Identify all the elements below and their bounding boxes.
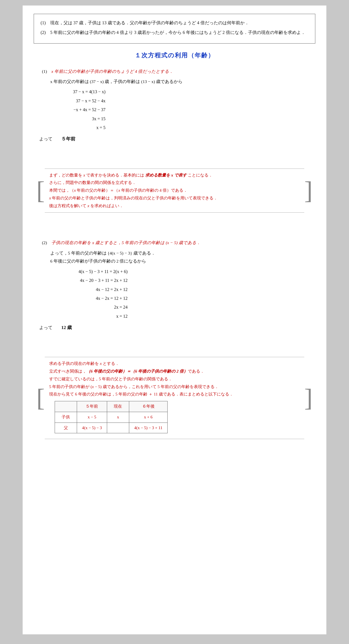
hint1-line1: まず，どの数量を x で表すかを決める．基本的には 求める数量を x で表す こ…: [49, 172, 300, 179]
problem-box: (1) 現在，父は 37 歳，子供は 13 歳である．父の年齢が子供の年齢のちょ…: [34, 14, 315, 44]
solution2-line1: よって，5 年前の父の年齢は {4(x − 5) − 3} 歳である．: [50, 249, 315, 257]
solution-part-2: (2) 子供の現在の年齢を x 歳とすると，5 年前の子供の年齢は (x − 5…: [34, 239, 315, 332]
solution2-label: (2) 子供の現在の年齢を x 歳とすると，5 年前の子供の年齢は (x − 5…: [42, 239, 315, 247]
solution2-answer: 12 歳: [61, 325, 72, 330]
left-bracket-2: [: [36, 357, 45, 439]
solution2-eq5: 2x = 24: [56, 303, 315, 311]
hint-box-2: [ 求める子供の現在の年齢を x とする． 立式すべき関係は，（6 年後の父の年…: [36, 357, 313, 439]
solution1-eq1: 37 − x = 4(13 − x): [56, 88, 315, 96]
table-header-empty: [55, 401, 77, 412]
table-cell-father-present: [107, 423, 129, 433]
hint2-line4: 5 年前の子供の年齢が (x − 5) 歳であるから，これを用いて 5 年前の父…: [49, 383, 300, 391]
solution1-equations: 37 − x = 4(13 − x) 37 − x = 52 − 4x −x +…: [56, 88, 315, 132]
age-table: ５年前 現在 ６年後 子供 x − 5 x x + 6: [55, 401, 168, 433]
solution1-eq5: x = 5: [56, 124, 315, 132]
hint1-bracket-container: [ まず，どの数量を x で表すかを決める．基本的には 求める数量を x で表す…: [36, 169, 313, 213]
table-row-child: 子供 x − 5 x x + 6: [55, 412, 167, 423]
page: (1) 現在，父は 37 歳，子供は 13 歳である．父の年齢が子供の年齢のちょ…: [23, 6, 326, 634]
table-cell-child-5ago: x − 5: [77, 412, 107, 423]
hint1-line4: x 年前の父の年齢と子供の年齢は，判明済みの現在の父と子供の年齢を用いて表現でき…: [49, 194, 300, 202]
problem-1: (1) 現在，父は 37 歳，子供は 13 歳である．父の年齢が子供の年齢のちょ…: [41, 19, 308, 27]
table-cell-father-5ago: 4(x − 5) − 3: [77, 423, 107, 433]
table-header-6years-later: ６年後: [129, 401, 167, 412]
solution2-number: (2): [42, 240, 51, 245]
hint1-line5: 後は方程式を解いて x を求めればよい．: [49, 202, 300, 210]
hint1-line2: さらに，問題中の数量の間の関係を立式する．: [49, 179, 300, 187]
solution1-number: (1): [42, 69, 51, 74]
hint2-bracket-container: [ 求める子供の現在の年齢を x とする． 立式すべき関係は，（6 年後の父の年…: [36, 357, 313, 439]
solution1-eq2: 37 − x = 52 − 4x: [56, 97, 315, 105]
solution2-answer-line: よって 12 歳: [39, 323, 315, 332]
solution1-line1: x 年前の父の年齢は (37 − x) 歳，子供の年齢は (13 − x) 歳で…: [50, 78, 315, 85]
table-header-present: 現在: [107, 401, 129, 412]
hint2-line3: すでに確定しているのは，5 年前の父と子供の年齢の関係である．: [49, 375, 300, 383]
hint2-line2: 立式すべき関係は，（6 年後の父の年齢）＝（6 年後の子供の年齢の 2 倍）であ…: [49, 368, 300, 375]
solution2-eq3: 4x − 12 = 2x + 12: [56, 285, 315, 294]
hint2-content: 求める子供の現在の年齢を x とする． 立式すべき関係は，（6 年後の父の年齢）…: [45, 357, 304, 439]
hint1-line3: 本間では，（x 年前の父の年齢）＝（x 年前の子供の年齢の 4 倍）である．: [49, 187, 300, 194]
solution-part-1: (1) x 年前に父の年齢が子供の年齢のちょうど 4 倍だったとする． x 年前…: [34, 67, 315, 144]
table-header-5years-ago: ５年前: [77, 401, 107, 412]
age-table-wrapper: ５年前 現在 ６年後 子供 x − 5 x x + 6: [55, 401, 300, 433]
solution2-eq6: x = 12: [56, 312, 315, 320]
right-bracket-2: ]: [304, 357, 313, 439]
table-row-father: 父 4(x − 5) − 3 4(x − 5) − 3 + 11: [55, 423, 167, 433]
solution2-eq1: 4(x − 5) − 3 + 11 = 2(x + 6): [56, 268, 315, 276]
hint2-line1: 求める子供の現在の年齢を x とする．: [49, 360, 300, 368]
solution2-line2: 6 年後に父の年齢が子供の年齢の 2 倍になるから: [50, 257, 315, 265]
solution2-eq4: 4x − 2x = 12 + 12: [56, 294, 315, 303]
solution2-answer-prefix: よって: [39, 325, 52, 330]
table-header-row: ５年前 現在 ６年後: [55, 401, 167, 412]
solution2-equations: 4(x − 5) − 3 + 11 = 2(x + 6) 4x − 20 − 3…: [56, 268, 315, 320]
solution1-eq4: 3x = 15: [56, 115, 315, 123]
solution1-intro: x 年前に父の年齢が子供の年齢のちょうど 4 倍だったとする．: [51, 69, 173, 74]
table-cell-father-label: 父: [55, 423, 77, 433]
table-cell-child-6later: x + 6: [129, 412, 167, 423]
solution1-eq3: −x + 4x = 52 − 37: [56, 106, 315, 114]
right-bracket-1: ]: [304, 169, 313, 213]
problem-2: (2) 5 年前に父の年齢は子供の年齢の 4 倍より 3 歳若かったが，今から …: [41, 29, 308, 37]
solution2-eq2: 4x − 20 − 3 + 11 = 2x + 12: [56, 276, 315, 285]
solution1-answer-line: よって ５年前: [39, 135, 315, 143]
page-title: １次方程式の利用（年齢）: [34, 51, 315, 60]
hint2-line5: 現在から見て 6 年後の父の年齢は，5 年前の父の年齢 ＋ 11 歳である．表に…: [49, 391, 300, 398]
solution1-answer: ５年前: [61, 136, 75, 141]
table-cell-child-present: x: [107, 412, 129, 423]
table-cell-child-label: 子供: [55, 412, 77, 423]
left-bracket-1: [: [36, 169, 45, 213]
solution2-intro: 子供の現在の年齢を x 歳とすると，5 年前の子供の年齢は (x − 5) 歳で…: [51, 240, 201, 245]
solution1-answer-prefix: よって: [39, 137, 52, 141]
table-cell-father-6later: 4(x − 5) − 3 + 11: [129, 423, 167, 433]
hint-box-1: [ まず，どの数量を x で表すかを決める．基本的には 求める数量を x で表す…: [36, 169, 313, 213]
solution1-label: (1) x 年前に父の年齢が子供の年齢のちょうど 4 倍だったとする．: [42, 67, 315, 75]
hint1-content: まず，どの数量を x で表すかを決める．基本的には 求める数量を x で表す こ…: [45, 169, 304, 213]
